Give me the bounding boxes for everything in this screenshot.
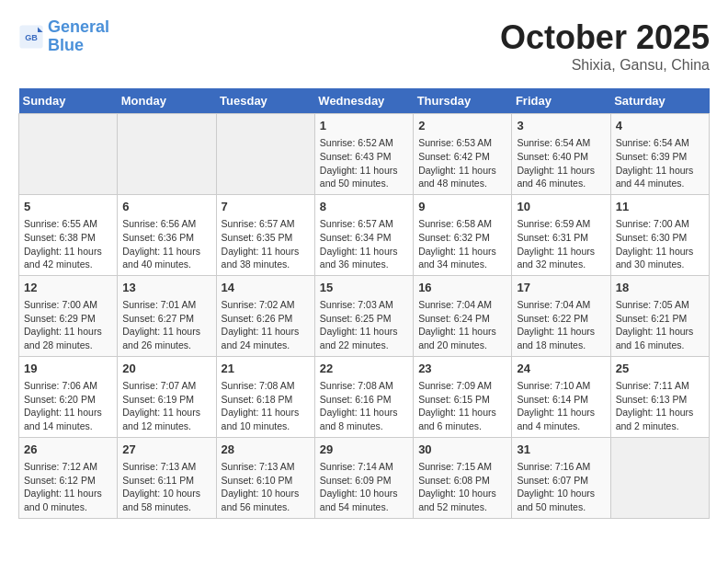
day-info: Sunrise: 7:02 AM Sunset: 6:26 PM Dayligh… bbox=[222, 298, 310, 352]
day-info: Sunrise: 6:57 AM Sunset: 6:35 PM Dayligh… bbox=[222, 217, 310, 271]
header-row: SundayMondayTuesdayWednesdayThursdayFrid… bbox=[19, 88, 710, 114]
day-cell: 10Sunrise: 6:59 AM Sunset: 6:31 PM Dayli… bbox=[512, 194, 610, 275]
day-cell: 21Sunrise: 7:08 AM Sunset: 6:18 PM Dayli… bbox=[216, 356, 314, 437]
day-number: 14 bbox=[222, 280, 310, 296]
day-number: 6 bbox=[122, 199, 210, 215]
day-number: 11 bbox=[616, 199, 704, 215]
day-info: Sunrise: 7:00 AM Sunset: 6:29 PM Dayligh… bbox=[24, 298, 112, 352]
day-info: Sunrise: 6:57 AM Sunset: 6:34 PM Dayligh… bbox=[320, 217, 408, 271]
day-number: 29 bbox=[320, 442, 408, 458]
title-block: October 2025 Shixia, Gansu, China bbox=[500, 18, 710, 74]
day-number: 15 bbox=[320, 280, 408, 296]
day-cell bbox=[19, 114, 118, 195]
day-cell: 20Sunrise: 7:07 AM Sunset: 6:19 PM Dayli… bbox=[118, 356, 216, 437]
day-info: Sunrise: 7:06 AM Sunset: 6:20 PM Dayligh… bbox=[24, 379, 112, 433]
day-cell: 5Sunrise: 6:55 AM Sunset: 6:38 PM Daylig… bbox=[19, 194, 118, 275]
day-info: Sunrise: 6:56 AM Sunset: 6:36 PM Dayligh… bbox=[122, 217, 210, 271]
day-info: Sunrise: 7:04 AM Sunset: 6:22 PM Dayligh… bbox=[517, 298, 605, 352]
day-info: Sunrise: 7:14 AM Sunset: 6:09 PM Dayligh… bbox=[320, 460, 408, 514]
day-info: Sunrise: 7:08 AM Sunset: 6:16 PM Dayligh… bbox=[320, 379, 408, 433]
header-monday: Monday bbox=[118, 88, 216, 114]
header-tuesday: Tuesday bbox=[216, 88, 314, 114]
calendar-header: SundayMondayTuesdayWednesdayThursdayFrid… bbox=[19, 88, 710, 114]
month-title: October 2025 bbox=[500, 18, 710, 57]
day-number: 12 bbox=[24, 280, 112, 296]
day-number: 3 bbox=[517, 118, 605, 134]
header-wednesday: Wednesday bbox=[314, 88, 413, 114]
logo-icon: GB bbox=[18, 24, 44, 50]
day-info: Sunrise: 7:12 AM Sunset: 6:12 PM Dayligh… bbox=[24, 460, 112, 514]
day-cell: 24Sunrise: 7:10 AM Sunset: 6:14 PM Dayli… bbox=[512, 356, 610, 437]
week-row-3: 12Sunrise: 7:00 AM Sunset: 6:29 PM Dayli… bbox=[19, 275, 710, 356]
day-number: 4 bbox=[616, 118, 704, 134]
day-cell: 7Sunrise: 6:57 AM Sunset: 6:35 PM Daylig… bbox=[216, 194, 314, 275]
day-info: Sunrise: 7:03 AM Sunset: 6:25 PM Dayligh… bbox=[320, 298, 408, 352]
day-number: 26 bbox=[24, 442, 112, 458]
day-cell: 6Sunrise: 6:56 AM Sunset: 6:36 PM Daylig… bbox=[118, 194, 216, 275]
calendar-table: SundayMondayTuesdayWednesdayThursdayFrid… bbox=[18, 88, 710, 519]
day-cell: 28Sunrise: 7:13 AM Sunset: 6:10 PM Dayli… bbox=[216, 437, 314, 518]
day-number: 9 bbox=[418, 199, 506, 215]
week-row-4: 19Sunrise: 7:06 AM Sunset: 6:20 PM Dayli… bbox=[19, 356, 710, 437]
day-number: 1 bbox=[320, 118, 408, 134]
day-number: 16 bbox=[418, 280, 506, 296]
week-row-1: 1Sunrise: 6:52 AM Sunset: 6:43 PM Daylig… bbox=[19, 114, 710, 195]
day-cell bbox=[610, 437, 709, 518]
day-info: Sunrise: 7:04 AM Sunset: 6:24 PM Dayligh… bbox=[418, 298, 506, 352]
day-number: 5 bbox=[24, 199, 112, 215]
day-info: Sunrise: 6:53 AM Sunset: 6:42 PM Dayligh… bbox=[418, 136, 506, 190]
day-number: 23 bbox=[418, 361, 506, 377]
day-cell: 22Sunrise: 7:08 AM Sunset: 6:16 PM Dayli… bbox=[314, 356, 413, 437]
day-cell: 29Sunrise: 7:14 AM Sunset: 6:09 PM Dayli… bbox=[314, 437, 413, 518]
day-info: Sunrise: 7:11 AM Sunset: 6:13 PM Dayligh… bbox=[616, 379, 704, 433]
day-number: 18 bbox=[616, 280, 704, 296]
day-number: 17 bbox=[517, 280, 605, 296]
day-info: Sunrise: 7:07 AM Sunset: 6:19 PM Dayligh… bbox=[122, 379, 210, 433]
day-cell: 15Sunrise: 7:03 AM Sunset: 6:25 PM Dayli… bbox=[314, 275, 413, 356]
day-info: Sunrise: 6:52 AM Sunset: 6:43 PM Dayligh… bbox=[320, 136, 408, 190]
day-cell bbox=[216, 114, 314, 195]
day-number: 25 bbox=[616, 361, 704, 377]
page-header: GB General Blue October 2025 Shixia, Gan… bbox=[18, 18, 710, 74]
day-number: 7 bbox=[222, 199, 310, 215]
day-number: 24 bbox=[517, 361, 605, 377]
day-cell: 31Sunrise: 7:16 AM Sunset: 6:07 PM Dayli… bbox=[512, 437, 610, 518]
day-info: Sunrise: 7:09 AM Sunset: 6:15 PM Dayligh… bbox=[418, 379, 506, 433]
day-info: Sunrise: 7:10 AM Sunset: 6:14 PM Dayligh… bbox=[517, 379, 605, 433]
header-saturday: Saturday bbox=[610, 88, 709, 114]
logo-text: General Blue bbox=[48, 18, 109, 55]
day-cell: 9Sunrise: 6:58 AM Sunset: 6:32 PM Daylig… bbox=[414, 194, 512, 275]
day-number: 13 bbox=[122, 280, 210, 296]
day-cell: 25Sunrise: 7:11 AM Sunset: 6:13 PM Dayli… bbox=[610, 356, 709, 437]
day-cell: 27Sunrise: 7:13 AM Sunset: 6:11 PM Dayli… bbox=[118, 437, 216, 518]
day-cell: 4Sunrise: 6:54 AM Sunset: 6:39 PM Daylig… bbox=[610, 114, 709, 195]
day-cell: 17Sunrise: 7:04 AM Sunset: 6:22 PM Dayli… bbox=[512, 275, 610, 356]
header-friday: Friday bbox=[512, 88, 610, 114]
day-info: Sunrise: 7:13 AM Sunset: 6:11 PM Dayligh… bbox=[122, 460, 210, 514]
day-cell: 26Sunrise: 7:12 AM Sunset: 6:12 PM Dayli… bbox=[19, 437, 118, 518]
day-cell: 11Sunrise: 7:00 AM Sunset: 6:30 PM Dayli… bbox=[610, 194, 709, 275]
day-cell: 16Sunrise: 7:04 AM Sunset: 6:24 PM Dayli… bbox=[414, 275, 512, 356]
day-cell: 23Sunrise: 7:09 AM Sunset: 6:15 PM Dayli… bbox=[414, 356, 512, 437]
day-cell: 2Sunrise: 6:53 AM Sunset: 6:42 PM Daylig… bbox=[414, 114, 512, 195]
day-cell: 3Sunrise: 6:54 AM Sunset: 6:40 PM Daylig… bbox=[512, 114, 610, 195]
day-number: 8 bbox=[320, 199, 408, 215]
day-cell: 30Sunrise: 7:15 AM Sunset: 6:08 PM Dayli… bbox=[414, 437, 512, 518]
day-info: Sunrise: 6:54 AM Sunset: 6:39 PM Dayligh… bbox=[616, 136, 704, 190]
day-cell: 8Sunrise: 6:57 AM Sunset: 6:34 PM Daylig… bbox=[314, 194, 413, 275]
calendar-body: 1Sunrise: 6:52 AM Sunset: 6:43 PM Daylig… bbox=[19, 114, 710, 519]
day-number: 20 bbox=[122, 361, 210, 377]
day-number: 30 bbox=[418, 442, 506, 458]
day-cell: 14Sunrise: 7:02 AM Sunset: 6:26 PM Dayli… bbox=[216, 275, 314, 356]
day-number: 21 bbox=[222, 361, 310, 377]
day-cell: 1Sunrise: 6:52 AM Sunset: 6:43 PM Daylig… bbox=[314, 114, 413, 195]
location-subtitle: Shixia, Gansu, China bbox=[500, 57, 710, 74]
day-cell: 13Sunrise: 7:01 AM Sunset: 6:27 PM Dayli… bbox=[118, 275, 216, 356]
day-number: 22 bbox=[320, 361, 408, 377]
day-info: Sunrise: 7:01 AM Sunset: 6:27 PM Dayligh… bbox=[122, 298, 210, 352]
day-number: 19 bbox=[24, 361, 112, 377]
day-info: Sunrise: 7:13 AM Sunset: 6:10 PM Dayligh… bbox=[222, 460, 310, 514]
day-number: 31 bbox=[517, 442, 605, 458]
day-info: Sunrise: 6:58 AM Sunset: 6:32 PM Dayligh… bbox=[418, 217, 506, 271]
day-number: 2 bbox=[418, 118, 506, 134]
